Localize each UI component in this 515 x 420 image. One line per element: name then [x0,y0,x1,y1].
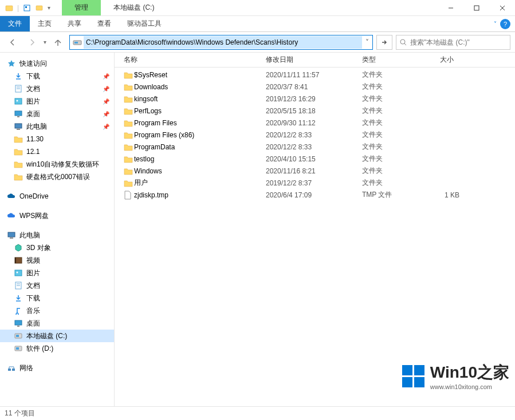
svg-rect-26 [15,270,22,276]
sidebar-item[interactable]: win10自动修复失败循环 [0,158,114,171]
file-row[interactable]: $SysReset2020/11/11 11:57文件夹 [124,69,515,81]
file-date: 2020/11/16 8:21 [266,167,362,175]
svg-rect-18 [15,111,22,116]
file-row[interactable]: ProgramData2020/12/2 8:33文件夹 [124,141,515,153]
file-icon [124,191,134,200]
column-type[interactable]: 类型 [362,55,414,65]
sidebar-item[interactable]: 桌面📌 [0,108,114,120]
quick-access-toolbar: | ▾ [0,3,50,13]
sidebar-item-label: 桌面 [26,319,40,328]
minimize-button[interactable] [438,0,463,16]
file-row[interactable]: kingsoft2019/12/3 16:29文件夹 [124,93,515,105]
close-button[interactable] [489,0,515,16]
search-box[interactable] [396,35,510,50]
folder-icon [124,106,134,116]
sidebar-item[interactable]: 本地磁盘 (C:) [0,330,114,342]
sidebar-item[interactable]: 文档 [0,279,114,292]
svg-line-11 [404,43,406,45]
sidebar-item[interactable]: 文档📌 [0,82,114,95]
search-input[interactable] [410,38,506,46]
file-date: 2020/5/15 18:18 [266,107,362,115]
file-row[interactable]: Windows2020/11/16 8:21文件夹 [124,165,515,177]
manage-tab[interactable]: 管理 [62,0,101,15]
svg-point-10 [400,39,405,44]
address-dropdown-icon[interactable]: ˅ [362,38,372,46]
file-row[interactable]: Downloads2020/3/7 8:41文件夹 [124,81,515,93]
svg-rect-9 [74,42,78,43]
file-date: 2020/9/30 11:12 [266,119,362,127]
sidebar-item[interactable]: 音乐 [0,304,114,317]
sidebar-item[interactable]: 下载📌 [0,70,114,82]
sidebar-item[interactable]: 此电脑📌 [0,120,114,133]
sidebar-item[interactable]: 网络 [0,362,114,374]
sidebar-item-label: 此电脑 [19,231,40,240]
svg-rect-35 [16,335,19,337]
tab-drive-tools[interactable]: 驱动器工具 [119,16,170,31]
qat-sep: | [17,4,19,12]
forward-button[interactable] [24,34,40,50]
file-type: 文件夹 [362,166,414,176]
pic-icon [14,97,23,106]
svg-rect-25 [15,257,16,263]
file-row[interactable]: zjdiskp.tmp2020/6/4 17:09TMP 文件1 KB [124,189,515,201]
file-type: 文件夹 [362,154,414,164]
history-dropdown-icon[interactable]: ▾ [44,39,46,45]
address-bar[interactable]: ˅ [69,35,373,50]
sidebar-item[interactable]: 此电脑 [0,229,114,241]
column-name[interactable]: 名称 [124,55,266,65]
tab-file[interactable]: 文件 [0,16,30,31]
file-row[interactable]: testlog2020/4/10 15:15文件夹 [124,153,515,165]
address-input[interactable] [84,36,362,49]
status-bar: 11 个项目 [0,406,515,420]
sidebar-item[interactable]: 视频 [0,254,114,267]
maximize-button[interactable] [463,0,489,16]
ribbon-tabs: 文件 主页 共享 查看 驱动器工具 ˅ ? [0,16,515,32]
svg-rect-38 [8,369,11,371]
sidebar-item[interactable]: 软件 (D:) [0,342,114,355]
file-name: $SysReset [134,71,266,79]
tab-view[interactable]: 查看 [89,16,119,31]
file-row[interactable]: Program Files (x86)2020/12/2 8:33文件夹 [124,129,515,141]
file-date: 2020/12/2 8:33 [266,131,362,139]
sidebar-item[interactable]: 下载 [0,292,114,304]
sidebar-item[interactable]: 11.30 [0,133,114,145]
file-name: ProgramData [134,143,266,151]
help-icon[interactable]: ? [500,19,510,29]
sidebar-item[interactable]: 3D 对象 [0,241,114,254]
pin-icon: 📌 [103,124,109,130]
titlebar: | ▾ 管理 本地磁盘 (C:) [0,0,515,16]
up-button[interactable] [50,34,66,50]
properties-icon[interactable] [22,3,32,13]
watermark: Win10之家 www.win10xitong.com [402,362,509,390]
tab-share[interactable]: 共享 [60,16,89,31]
star-icon [7,59,16,68]
new-folder-icon[interactable] [35,3,44,13]
sidebar-item[interactable]: 桌面 [0,317,114,330]
file-name: Program Files [134,119,266,127]
sidebar-item[interactable]: WPS网盘 [0,209,114,222]
go-button[interactable] [376,35,392,50]
sidebar-item[interactable]: 图片 [0,267,114,279]
back-button[interactable] [5,34,21,50]
pc-icon [7,231,16,240]
svg-rect-32 [15,320,22,325]
ribbon-collapse-icon[interactable]: ˅ [494,21,497,27]
file-row[interactable]: PerfLogs2020/5/15 18:18文件夹 [124,105,515,117]
sidebar-item[interactable]: 硬盘格式化0007错误 [0,171,114,183]
download-icon [14,294,23,303]
column-size[interactable]: 大小 [414,55,459,65]
sidebar-item[interactable]: OneDrive [0,190,114,203]
sidebar-item[interactable]: 图片📌 [0,95,114,108]
svg-rect-39 [12,369,15,371]
navigation-bar: ▾ ˅ [0,32,515,53]
file-row[interactable]: 用户2019/12/2 8:37文件夹 [124,177,515,189]
tab-home[interactable]: 主页 [30,16,60,31]
sidebar-item-label: 3D 对象 [26,243,51,253]
sidebar-item[interactable]: 快速访问 [0,57,114,70]
file-type: 文件夹 [362,142,414,152]
column-date[interactable]: 修改日期 [266,55,362,65]
sidebar-item[interactable]: 12.1 [0,145,114,158]
sidebar-item-label: 音乐 [26,306,40,316]
qat-dropdown-icon[interactable]: ▾ [48,5,50,11]
file-row[interactable]: Program Files2020/9/30 11:12文件夹 [124,117,515,129]
